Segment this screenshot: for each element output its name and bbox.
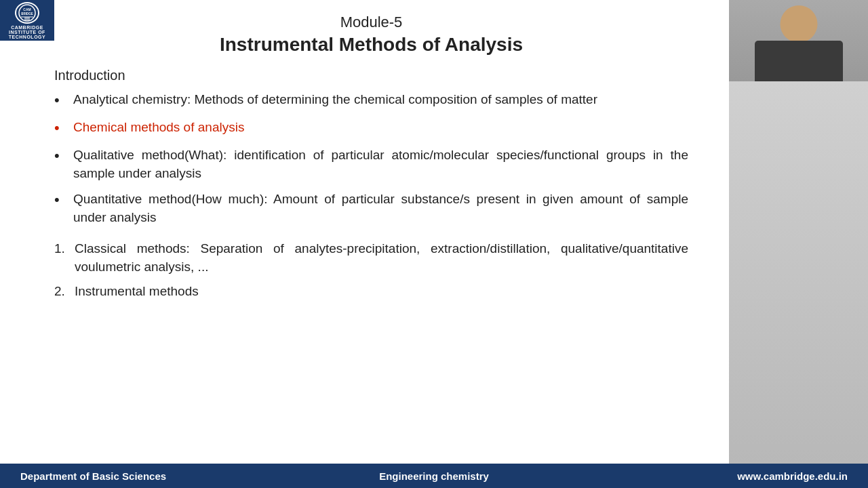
bullet-list: • Analytical chemistry: Methods of deter… bbox=[54, 90, 688, 234]
list-item-red: • Chemical methods of analysis bbox=[54, 118, 688, 139]
slide-title: Instrumental Methods of Analysis bbox=[54, 34, 688, 56]
item-text-2: Instrumental methods bbox=[75, 282, 199, 301]
webcam-wall bbox=[729, 81, 868, 464]
logo-emblem: CAM BRIDGE bbox=[15, 2, 39, 24]
webcam-panel bbox=[729, 0, 868, 464]
footer-left: Department of Basic Sciences bbox=[20, 470, 296, 482]
bullet-text-red: Chemical methods of analysis bbox=[73, 118, 244, 137]
numbered-item-2: 2. Instrumental methods bbox=[54, 282, 688, 301]
bullet-icon: • bbox=[54, 146, 71, 167]
numbered-items: 1. Classical methods: Separation of anal… bbox=[54, 239, 688, 306]
list-item: • Quantitative method(How much): Amount … bbox=[54, 190, 688, 227]
main-area: CAM BRIDGE CAMBRIDGEINSTITUTE OFTECHNOLO… bbox=[0, 0, 868, 464]
bullet-icon: • bbox=[54, 190, 71, 211]
footer-center: Engineering chemistry bbox=[296, 470, 572, 482]
slide-content: Module-5 Instrumental Methods of Analysi… bbox=[0, 0, 729, 464]
svg-text:CAM: CAM bbox=[23, 7, 31, 12]
bullet-icon: • bbox=[54, 90, 71, 111]
slide-module: Module-5 bbox=[54, 14, 688, 31]
numbered-item-1: 1. Classical methods: Separation of anal… bbox=[54, 239, 688, 277]
bullet-text: Analytical chemistry: Methods of determi… bbox=[73, 90, 597, 109]
bullet-text: Qualitative method(What): identification… bbox=[73, 146, 688, 183]
cambridge-logo: CAM BRIDGE CAMBRIDGEINSTITUTE OFTECHNOLO… bbox=[0, 0, 54, 41]
slide-container: CAM BRIDGE CAMBRIDGEINSTITUTE OFTECHNOLO… bbox=[0, 0, 729, 464]
bullet-icon-red: • bbox=[54, 118, 71, 139]
slide-intro: Introduction bbox=[54, 68, 688, 83]
item-number-2: 2. bbox=[54, 282, 75, 301]
bullet-text: Quantitative method(How much): Amount of… bbox=[73, 190, 688, 227]
webcam-feed bbox=[729, 0, 868, 81]
footer-bar: Department of Basic Sciences Engineering… bbox=[0, 464, 868, 488]
item-number-1: 1. bbox=[54, 239, 75, 258]
logo-text: CAMBRIDGEINSTITUTE OFTECHNOLOGY bbox=[9, 25, 45, 39]
list-item: • Analytical chemistry: Methods of deter… bbox=[54, 90, 688, 111]
list-item: • Qualitative method(What): identificati… bbox=[54, 146, 688, 183]
svg-rect-4 bbox=[24, 17, 30, 20]
svg-text:BRIDGE: BRIDGE bbox=[21, 12, 33, 16]
footer-right: www.cambridge.edu.in bbox=[572, 470, 848, 482]
item-text-1: Classical methods: Separation of analyte… bbox=[75, 239, 688, 277]
